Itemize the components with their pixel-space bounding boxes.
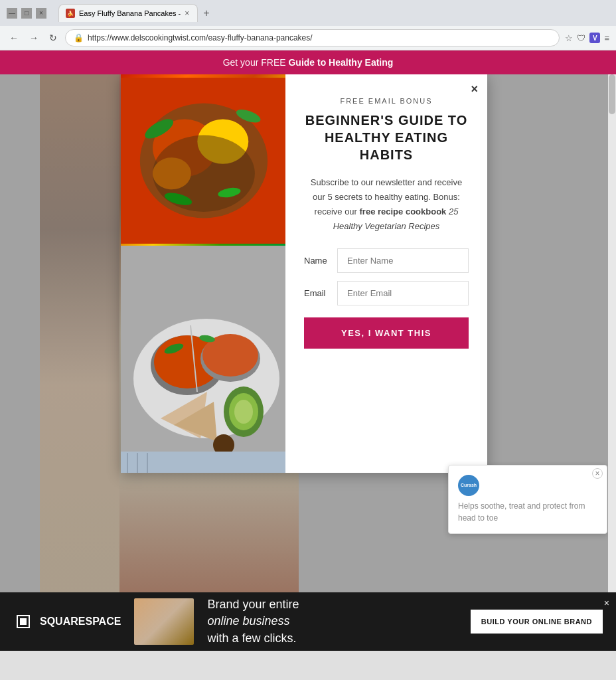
- security-icon: 🔒: [74, 33, 84, 42]
- extension-icon[interactable]: V: [589, 33, 600, 43]
- forward-button[interactable]: →: [27, 30, 41, 46]
- squarespace-icon: [13, 612, 33, 632]
- bookmark-icon[interactable]: ☆: [565, 33, 573, 43]
- email-form-row: Email: [304, 281, 469, 305]
- scrollbar-thumb[interactable]: [609, 74, 615, 114]
- small-ad-popup: × Curash Helps soothe, treat and protect…: [448, 465, 607, 534]
- url-box[interactable]: 🔒 https://www.delscookingtwist.com/easy-…: [65, 29, 560, 46]
- tab-title: Easy Fluffy Banana Pancakes -: [79, 9, 181, 17]
- tab-favicon: 🍌: [66, 9, 75, 18]
- small-popup-description: Helps soothe, treat and protect from hea…: [458, 500, 597, 524]
- bottom-ad-banner: SQUARESPACE Brand your entire online bus…: [0, 592, 616, 651]
- modal-title: BEGINNER'S GUIDE TO HEALTHY EATING HABIT…: [304, 112, 469, 163]
- ad-headline: Brand your entire online business with a…: [207, 596, 457, 647]
- svg-point-22: [234, 400, 253, 424]
- browser-chrome: — □ × 🍌 Easy Fluffy Banana Pancakes - × …: [0, 0, 616, 50]
- ad-text-content: Brand your entire online business with a…: [207, 596, 457, 647]
- refresh-button[interactable]: ↻: [46, 30, 60, 46]
- ad-headline-line2: with a few clicks.: [207, 632, 296, 645]
- svg-rect-27: [121, 452, 285, 473]
- address-bar-icons: ☆ 🛡 V ≡: [565, 33, 609, 43]
- modal-image: [121, 74, 285, 473]
- food-svg-top: [121, 74, 285, 247]
- ad-headline-line1: Brand your entire: [207, 598, 299, 611]
- minimize-button[interactable]: —: [7, 8, 17, 19]
- name-label: Name: [304, 256, 337, 266]
- active-tab[interactable]: 🍌 Easy Fluffy Banana Pancakes - ×: [58, 4, 198, 22]
- scrollbar[interactable]: [608, 74, 616, 592]
- food-image-top: [121, 74, 285, 247]
- svg-point-7: [153, 135, 255, 212]
- ad-close-button[interactable]: ×: [604, 598, 609, 608]
- close-button[interactable]: ×: [36, 8, 46, 19]
- window-controls: — □ ×: [7, 8, 46, 19]
- popup-logo-text: Curash: [461, 483, 477, 488]
- email-input[interactable]: [337, 281, 469, 305]
- modal-content-area: × FREE EMAIL BONUS BEGINNER'S GUIDE TO H…: [285, 74, 487, 473]
- name-input[interactable]: [337, 248, 469, 273]
- banner-text-normal: Get your FREE: [223, 57, 289, 68]
- submit-button[interactable]: YES, I WANT THIS: [304, 317, 469, 349]
- build-brand-button[interactable]: BUILD YOUR ONLINE BRAND: [471, 610, 603, 634]
- tab-close-button[interactable]: ×: [185, 9, 189, 18]
- shield-icon[interactable]: 🛡: [577, 33, 585, 43]
- modal-close-button[interactable]: ×: [471, 82, 478, 96]
- ad-headline-italic: online business: [207, 614, 289, 628]
- popup-logo: Curash: [458, 475, 479, 496]
- free-email-label: FREE EMAIL BONUS: [304, 97, 469, 105]
- modal-description: Subscribe to our newsletter and receive …: [304, 175, 469, 234]
- squarespace-brand-name: SQUARESPACE: [40, 616, 121, 628]
- subscription-modal: × FREE EMAIL BONUS BEGINNER'S GUIDE TO H…: [121, 74, 487, 473]
- tab-bar: 🍌 Easy Fluffy Banana Pancakes - × +: [52, 4, 222, 22]
- email-label: Email: [304, 288, 337, 298]
- menu-icon[interactable]: ≡: [604, 33, 609, 43]
- name-form-row: Name: [304, 248, 469, 273]
- food-image-bottom: [121, 246, 285, 473]
- banner-text-bold: Guide to Healthy Eating: [288, 57, 393, 68]
- ad-image: [134, 598, 194, 645]
- food-svg-bottom: [121, 246, 285, 473]
- page-content: × FREE EMAIL BONUS BEGINNER'S GUIDE TO H…: [0, 74, 616, 651]
- small-popup-close-button[interactable]: ×: [592, 468, 603, 479]
- squarespace-logo: SQUARESPACE: [13, 612, 121, 632]
- title-bar: — □ × 🍌 Easy Fluffy Banana Pancakes - × …: [0, 0, 616, 26]
- url-text: https://www.delscookingtwist.com/easy-fl…: [88, 33, 551, 42]
- top-banner[interactable]: Get your FREE Guide to Healthy Eating: [0, 50, 616, 74]
- address-bar: ← → ↻ 🔒 https://www.delscookingtwist.com…: [0, 26, 616, 50]
- page-background: × FREE EMAIL BONUS BEGINNER'S GUIDE TO H…: [0, 74, 616, 592]
- new-tab-button[interactable]: +: [198, 5, 214, 22]
- description-bold: free recipe cookbook: [360, 207, 449, 216]
- back-button[interactable]: ←: [7, 30, 21, 46]
- maximize-button[interactable]: □: [21, 8, 32, 19]
